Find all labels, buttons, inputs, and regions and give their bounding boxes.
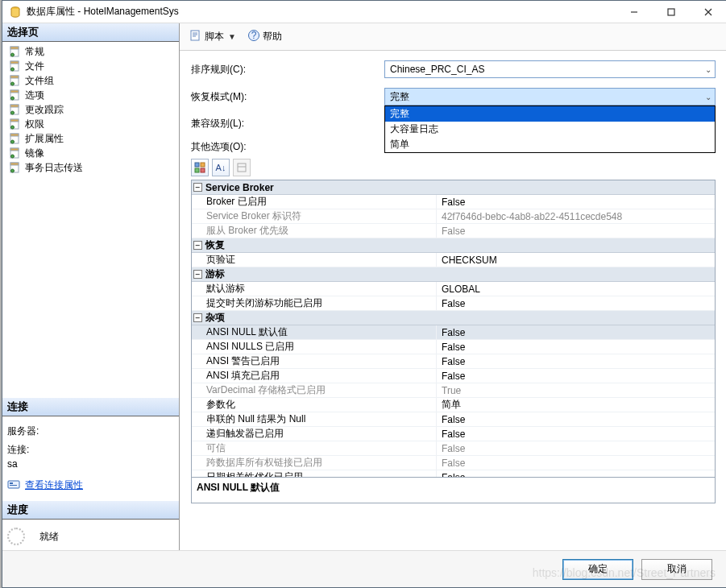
prop-value[interactable]: False (437, 456, 715, 470)
ok-button[interactable]: 确定 (562, 559, 633, 580)
propgrid-row[interactable]: ANSI 填充已启用False (192, 369, 715, 383)
propgrid-category[interactable]: −游标 (192, 267, 715, 282)
prop-value[interactable]: False (437, 340, 715, 354)
recovery-select[interactable]: 完整 ⌄ (384, 88, 716, 106)
prop-value[interactable]: False (437, 325, 715, 339)
page-icon (9, 89, 22, 101)
propgrid-row[interactable]: 页验证CHECKSUM (192, 253, 715, 267)
main-panel: 脚本 ▼ ? 帮助 排序规则(C): Chinese_PRC_CI_AS ⌄ (180, 23, 726, 550)
dialog-window: 数据库属性 - HotelManagementSys 选择页 常规文件文件组选项… (2, 0, 726, 588)
propgrid-category[interactable]: −Service Broker (192, 180, 715, 195)
sidebar-item[interactable]: 镜像 (6, 146, 176, 160)
propgrid-row[interactable]: 日期相关性优化已启用False (192, 470, 715, 477)
prop-value[interactable]: False (437, 224, 715, 238)
titlebar[interactable]: 数据库属性 - HotelManagementSys (2, 1, 726, 23)
close-button[interactable] (690, 1, 726, 23)
db-icon (9, 6, 22, 19)
propgrid-row[interactable]: 可信False (192, 441, 715, 456)
prop-name: Broker 已启用 (192, 195, 437, 209)
sidebar-item-label: 扩展属性 (25, 132, 64, 146)
help-button[interactable]: ? 帮助 (244, 27, 285, 46)
propgrid-category[interactable]: −恢复 (192, 238, 715, 253)
page-icon (9, 103, 22, 116)
sidebar-item[interactable]: 扩展属性 (6, 131, 176, 146)
svg-point-7 (11, 53, 15, 56)
collation-select[interactable]: Chinese_PRC_CI_AS ⌄ (384, 60, 716, 78)
pg-properties-button[interactable] (233, 159, 251, 176)
property-grid[interactable]: −Service BrokerBroker 已启用FalseService Br… (191, 180, 716, 478)
prop-value[interactable]: False (437, 441, 715, 455)
prop-value[interactable]: CHECKSUM (437, 253, 715, 267)
collapse-icon[interactable]: − (193, 241, 202, 250)
svg-rect-42 (238, 164, 246, 172)
propgrid-row[interactable]: VarDecimal 存储格式已启用True (192, 383, 715, 398)
sidebar-item-label: 选项 (25, 89, 44, 102)
recovery-option[interactable]: 完整 (385, 106, 715, 122)
sidebar-item-label: 事务日志传送 (25, 161, 83, 175)
svg-point-10 (11, 68, 15, 71)
propgrid-row[interactable]: 参数化简单 (192, 398, 715, 412)
svg-point-25 (11, 140, 15, 143)
propgrid-category[interactable]: −杂项 (192, 311, 715, 325)
propgrid-row[interactable]: Service Broker 标识符42f7646d-bebc-4ab8-ab2… (192, 209, 715, 224)
svg-rect-6 (10, 47, 19, 49)
svg-rect-34 (10, 485, 17, 486)
propgrid-row[interactable]: 服从 Broker 优先级False (192, 224, 715, 238)
prop-name: VarDecimal 存储格式已启用 (192, 383, 437, 397)
conn-value: sa (7, 458, 174, 470)
prop-value[interactable]: True (437, 383, 715, 397)
prop-name: ANSI 填充已启用 (192, 369, 437, 383)
collapse-icon[interactable]: − (193, 313, 202, 322)
sidebar-item[interactable]: 文件 (6, 59, 176, 73)
sidebar-item[interactable]: 更改跟踪 (6, 102, 176, 117)
propgrid-row[interactable]: 跨数据库所有权链接已启用False (192, 456, 715, 470)
svg-rect-12 (10, 76, 19, 78)
propgrid-row[interactable]: ANSI NULL 默认值False (192, 325, 715, 340)
prop-value[interactable]: False (437, 354, 715, 368)
propgrid-row[interactable]: 递归触发器已启用False (192, 427, 715, 441)
prop-value[interactable]: False (437, 427, 715, 441)
sidebar-item-label: 常规 (25, 45, 44, 59)
svg-point-31 (11, 169, 15, 172)
propgrid-row[interactable]: 默认游标GLOBAL (192, 282, 715, 296)
prop-value[interactable]: 简单 (437, 398, 715, 412)
prop-value[interactable]: GLOBAL (437, 282, 715, 296)
recovery-option[interactable]: 大容量日志 (385, 122, 715, 137)
cancel-button[interactable]: 取消 (641, 559, 712, 580)
svg-rect-24 (10, 134, 19, 136)
prop-value[interactable]: False (437, 195, 715, 209)
propgrid-row[interactable]: ANSI NULLS 已启用False (192, 340, 715, 354)
sidebar-item[interactable]: 常规 (6, 44, 176, 59)
sidebar-item[interactable]: 事务日志传送 (6, 160, 176, 175)
svg-rect-39 (201, 163, 205, 167)
script-button[interactable]: 脚本 ▼ (186, 27, 241, 46)
prop-name: ANSI NULLS 已启用 (192, 340, 437, 354)
propgrid-row[interactable]: 提交时关闭游标功能已启用False (192, 296, 715, 311)
sidebar-item[interactable]: 选项 (6, 88, 176, 102)
recovery-label: 恢复模式(M): (191, 90, 384, 104)
minimize-button[interactable] (616, 1, 653, 23)
view-conn-props-link[interactable]: 查看连接属性 (25, 478, 83, 492)
sidebar-item[interactable]: 权限 (6, 117, 176, 131)
svg-rect-32 (8, 481, 19, 488)
prop-value[interactable]: False (437, 296, 715, 310)
connection-block: 服务器: 连接:sa 查看连接属性 (2, 416, 179, 501)
script-dropdown-icon[interactable]: ▼ (226, 32, 238, 41)
sidebar: 选择页 常规文件文件组选项更改跟踪权限扩展属性镜像事务日志传送 连接 服务器: … (2, 23, 180, 550)
prop-value[interactable]: False (437, 470, 715, 477)
prop-name: 跨数据库所有权链接已启用 (192, 456, 437, 470)
chevron-down-icon: ⌄ (705, 65, 711, 74)
pg-alphabetical-button[interactable]: A↓ (212, 159, 230, 176)
pg-categorized-button[interactable] (191, 159, 209, 176)
maximize-button[interactable] (653, 1, 690, 23)
prop-value[interactable]: 42f7646d-bebc-4ab8-ab22-4511cecde548 (437, 209, 715, 223)
sidebar-item[interactable]: 文件组 (6, 73, 176, 88)
recovery-option[interactable]: 简单 (385, 137, 715, 152)
collapse-icon[interactable]: − (193, 183, 202, 192)
propgrid-row[interactable]: 串联的 Null 结果为 NullFalse (192, 412, 715, 427)
collapse-icon[interactable]: − (193, 270, 202, 279)
prop-value[interactable]: False (437, 412, 715, 426)
prop-value[interactable]: False (437, 369, 715, 383)
propgrid-row[interactable]: Broker 已启用False (192, 195, 715, 209)
propgrid-row[interactable]: ANSI 警告已启用False (192, 354, 715, 369)
